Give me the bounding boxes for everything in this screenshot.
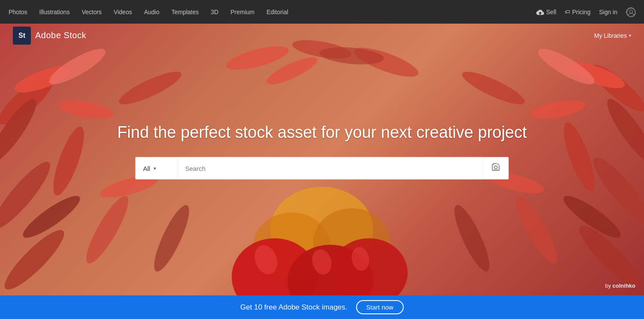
search-input[interactable] bbox=[178, 157, 483, 179]
hero-attribution: by colnihko bbox=[605, 283, 635, 289]
profile-avatar-icon bbox=[626, 8, 636, 17]
search-category-label: All bbox=[143, 164, 151, 172]
svg-point-14 bbox=[148, 201, 195, 275]
nav-illustrations[interactable]: Illustrations bbox=[39, 9, 70, 15]
adobe-stock-logo-box: St bbox=[13, 27, 31, 45]
nav-items-right: Sell 🏷 Pricing Sign in bbox=[536, 7, 635, 17]
camera-icon bbox=[491, 163, 501, 173]
search-category-dropdown[interactable]: All ▾ bbox=[136, 157, 178, 179]
nav-videos[interactable]: Videos bbox=[114, 9, 132, 15]
cloud-upload-icon bbox=[536, 9, 544, 15]
svg-point-22 bbox=[509, 191, 564, 268]
banner-text: Get 10 free Adobe Stock images. bbox=[240, 303, 347, 312]
visual-search-button[interactable] bbox=[483, 157, 509, 179]
svg-point-13 bbox=[115, 66, 184, 110]
sign-in-button[interactable]: Sign in bbox=[599, 9, 617, 15]
nav-vectors[interactable]: Vectors bbox=[82, 9, 102, 15]
svg-point-9 bbox=[80, 191, 135, 268]
pricing-button[interactable]: 🏷 Pricing bbox=[565, 9, 590, 15]
brand-logo[interactable]: St Adobe Stock bbox=[13, 27, 86, 45]
search-category-chevron-icon: ▾ bbox=[154, 165, 156, 171]
nav-templates[interactable]: Templates bbox=[171, 9, 199, 15]
my-libraries-button[interactable]: My Libraries ▾ bbox=[594, 32, 631, 39]
sell-button[interactable]: Sell bbox=[536, 9, 556, 15]
svg-point-27 bbox=[448, 201, 496, 275]
pricing-label: Pricing bbox=[572, 9, 590, 15]
tag-icon: 🏷 bbox=[565, 9, 570, 15]
nav-audio[interactable]: Audio bbox=[144, 9, 160, 15]
nav-items-left: Photos Illustrations Vectors Videos Audi… bbox=[9, 9, 288, 15]
svg-point-20 bbox=[529, 97, 587, 122]
brand-name: Adobe Stock bbox=[35, 30, 86, 40]
hero-title: Find the perfect stock asset for your ne… bbox=[9, 122, 635, 142]
nav-photos[interactable]: Photos bbox=[9, 9, 27, 15]
hero-brand-bar: St Adobe Stock My Libraries ▾ bbox=[0, 24, 644, 47]
start-now-button[interactable]: Start now bbox=[356, 300, 404, 314]
top-navigation: Photos Illustrations Vectors Videos Audi… bbox=[0, 0, 644, 24]
sell-label: Sell bbox=[546, 9, 556, 15]
profile-icon[interactable] bbox=[626, 7, 635, 17]
hero-section: St Adobe Stock My Libraries ▾ Find the p… bbox=[0, 24, 644, 295]
brand-initials: St bbox=[18, 32, 25, 39]
hero-content: Find the perfect stock asset for your ne… bbox=[0, 122, 644, 179]
nav-3d[interactable]: 3D bbox=[211, 9, 218, 15]
bottom-banner: Get 10 free Adobe Stock images. Start no… bbox=[0, 295, 644, 319]
svg-point-1 bbox=[630, 10, 633, 13]
svg-point-26 bbox=[459, 66, 528, 110]
svg-point-7 bbox=[57, 97, 115, 122]
nav-premium[interactable]: Premium bbox=[230, 9, 254, 15]
attribution-author: colnihko bbox=[613, 283, 635, 289]
my-libraries-label: My Libraries bbox=[594, 32, 627, 39]
search-bar: All ▾ bbox=[136, 157, 509, 179]
svg-point-12 bbox=[45, 43, 109, 90]
chevron-down-icon: ▾ bbox=[629, 33, 631, 38]
nav-editorial[interactable]: Editorial bbox=[266, 9, 288, 15]
